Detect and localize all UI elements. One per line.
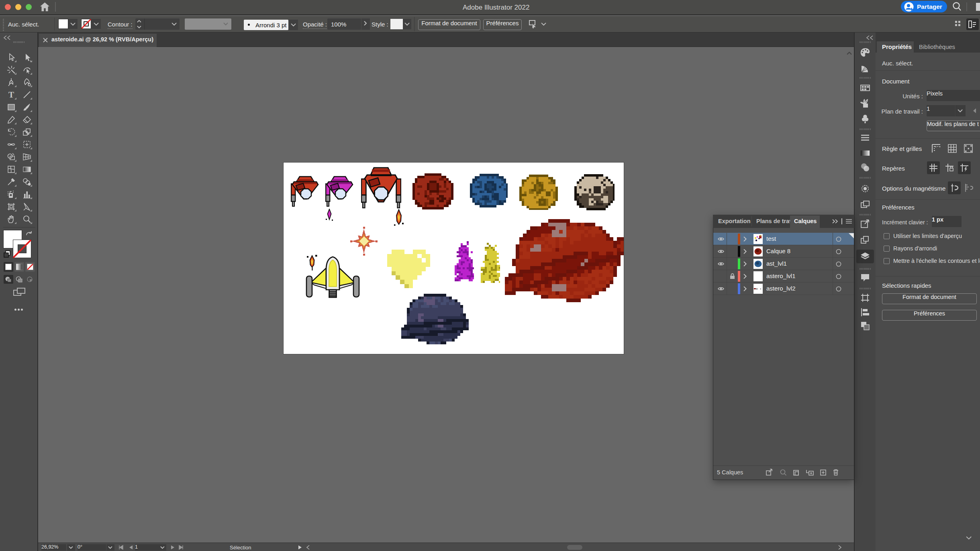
svg-text:T: T <box>8 90 14 99</box>
